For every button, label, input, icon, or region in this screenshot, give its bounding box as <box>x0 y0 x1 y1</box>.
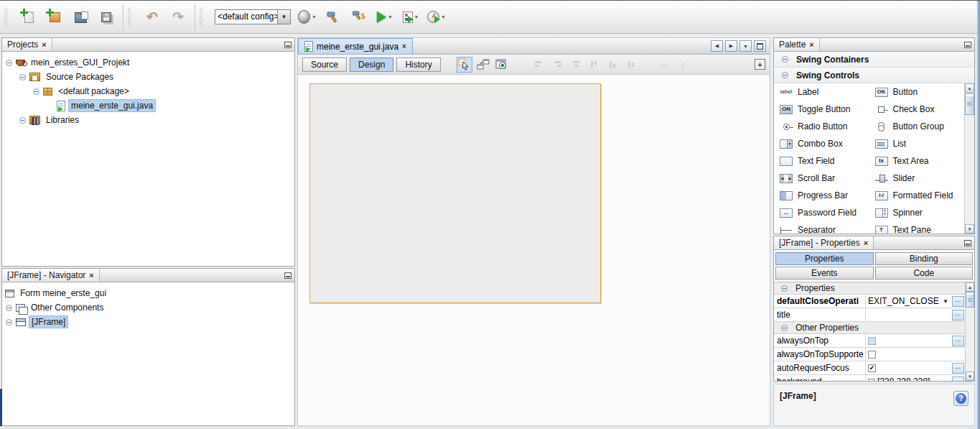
expand-handle-icon[interactable] <box>6 60 12 66</box>
close-icon[interactable]: × <box>42 41 46 49</box>
checkbox-unchecked[interactable] <box>868 337 876 345</box>
palette-item-scroll-bar[interactable]: ◀▶Scroll Bar <box>774 170 869 187</box>
close-icon[interactable]: × <box>864 239 868 247</box>
history-view-button[interactable]: History <box>396 57 440 72</box>
expand-handle-icon[interactable] <box>782 56 788 63</box>
selection-mode-button[interactable] <box>457 57 472 73</box>
close-icon[interactable]: × <box>809 41 813 49</box>
palette-item-button-group[interactable]: Button Group <box>869 118 965 135</box>
property-row-alwaysOnTopSupported[interactable]: alwaysOnTopSupporte <box>774 348 965 361</box>
scroll-up-button[interactable]: ▲ <box>965 83 974 93</box>
editor-tab[interactable]: meine_erste_gui.java × <box>298 38 413 54</box>
section-properties[interactable]: Properties <box>774 282 965 295</box>
ellipsis-button[interactable]: ... <box>952 377 964 382</box>
tree-node-other-components[interactable]: Other Components <box>2 300 294 315</box>
tab-events[interactable]: Events <box>775 267 874 280</box>
palette-item-check-box[interactable]: Check Box <box>869 101 965 118</box>
property-row-alwaysOnTop[interactable]: alwaysOnTop ... <box>774 334 965 348</box>
scrollbar-thumb[interactable] <box>965 93 974 115</box>
palette-item-radio-button[interactable]: Radio Button <box>774 118 869 135</box>
minimize-icon[interactable] <box>284 272 291 279</box>
expand-handle-icon[interactable] <box>781 285 788 292</box>
expand-handle-icon[interactable] <box>19 74 26 80</box>
debug-project-button[interactable]: ▼ <box>401 8 420 27</box>
set-main-project-button[interactable]: ▼ <box>298 8 317 27</box>
property-row-background[interactable]: background [238,238,238] ... <box>774 375 965 381</box>
palette-item-password-field[interactable]: ...Password Field <box>774 204 869 221</box>
property-value-editor[interactable] <box>866 308 951 321</box>
palette-item-combo-box[interactable]: ▼Combo Box <box>774 135 869 152</box>
property-row-autoRequestFocus[interactable]: autoRequestFocus ✔ ... <box>774 361 965 375</box>
jframe-design-surface[interactable] <box>309 83 601 303</box>
tree-node-libraries[interactable]: Libraries <box>2 113 294 127</box>
property-value-editor[interactable]: ✔ <box>866 361 951 374</box>
profile-project-button[interactable]: ▼ <box>427 8 446 27</box>
palette-section-swing-containers[interactable]: Swing Containers <box>774 52 974 68</box>
ellipsis-button[interactable]: ... <box>952 363 964 374</box>
tree-node-jframe[interactable]: [JFrame] <box>2 315 294 329</box>
scroll-down-button[interactable]: ▼ <box>966 372 974 381</box>
minimize-icon[interactable] <box>964 42 971 48</box>
tree-node-java-file[interactable]: meine_erste_gui.java <box>2 98 294 113</box>
palette-item-list[interactable]: List <box>869 135 965 152</box>
preview-design-button[interactable] <box>494 57 510 73</box>
clean-and-build-button[interactable] <box>350 8 368 27</box>
chevron-down-icon[interactable]: ▼ <box>943 298 948 305</box>
scroll-tabs-left-button[interactable]: ◀ <box>711 40 723 52</box>
tree-node-source-packages[interactable]: Source Packages <box>2 70 294 84</box>
design-view-button[interactable]: Design <box>350 57 393 72</box>
tree-node-form[interactable]: Form meine_erste_gui <box>2 286 294 300</box>
tree-node-default-package[interactable]: <default package> <box>2 84 294 98</box>
checkbox-unchecked[interactable] <box>868 379 874 382</box>
tab-list-dropdown-button[interactable]: ▼ <box>739 40 752 52</box>
chevron-down-icon[interactable]: ▼ <box>312 14 317 19</box>
close-icon[interactable]: × <box>89 272 93 280</box>
toolbar-grip[interactable] <box>128 8 131 27</box>
chevron-down-icon[interactable]: ▼ <box>277 10 290 24</box>
toolbar-grip[interactable] <box>4 8 8 27</box>
source-view-button[interactable]: Source <box>302 57 347 72</box>
chevron-down-icon[interactable]: ▼ <box>388 14 393 19</box>
property-value-editor[interactable] <box>866 334 951 347</box>
scroll-tabs-right-button[interactable]: ▶ <box>725 40 737 52</box>
save-all-button[interactable] <box>97 8 116 27</box>
tab-binding[interactable]: Binding <box>875 252 974 265</box>
palette-section-swing-controls[interactable]: Swing Controls <box>774 68 974 83</box>
new-project-button[interactable] <box>45 8 64 27</box>
property-value-editor[interactable]: [238,238,238] <box>866 375 951 381</box>
tab-projects[interactable]: Projects × <box>2 38 52 51</box>
connection-mode-button[interactable] <box>475 57 491 73</box>
build-project-button[interactable] <box>324 8 342 27</box>
close-icon[interactable]: × <box>402 43 406 50</box>
expand-handle-icon[interactable] <box>781 325 788 331</box>
expand-handle-icon[interactable] <box>782 72 788 78</box>
new-file-button[interactable] <box>19 8 38 27</box>
palette-item-formatted-field[interactable]: /-/Formatted Field <box>869 187 965 204</box>
property-value-editor[interactable]: EXIT_ON_CLOSE▼ <box>866 295 951 308</box>
palette-item-text-pane[interactable]: TText Pane <box>869 221 965 234</box>
toolbar-grip[interactable] <box>200 8 203 27</box>
toolbar-overflow-button[interactable]: + <box>755 59 765 70</box>
expand-handle-icon[interactable] <box>6 319 12 326</box>
ellipsis-button[interactable]: ... <box>952 310 964 320</box>
tab-properties[interactable]: Properties <box>775 252 874 265</box>
palette-scrollbar[interactable]: ▲ ▼ <box>964 83 974 234</box>
tree-node-project[interactable]: mein_erstes_GUI_Projekt <box>2 55 294 70</box>
expand-handle-icon[interactable] <box>6 305 12 311</box>
tab-code[interactable]: Code <box>875 267 974 280</box>
config-select[interactable]: <default config> ▼ <box>215 9 291 24</box>
palette-item-toggle-button[interactable]: ONToggle Button <box>774 101 869 118</box>
open-project-button[interactable] <box>71 8 90 27</box>
ellipsis-button[interactable]: ... <box>952 336 964 346</box>
ellipsis-button[interactable]: ... <box>952 296 964 307</box>
palette-item-text-area[interactable]: txText Area <box>869 152 965 170</box>
palette-item-spinner[interactable]: ▲▼Spinner <box>869 204 965 221</box>
palette-item-slider[interactable]: Slider <box>869 170 965 187</box>
checkbox-checked[interactable]: ✔ <box>868 364 876 372</box>
palette-item-separator[interactable]: Separator <box>774 221 869 234</box>
tab-palette[interactable]: Palette × <box>774 38 820 51</box>
scroll-up-button[interactable]: ▲ <box>966 282 974 292</box>
minimize-icon[interactable] <box>284 42 291 48</box>
tab-properties-window[interactable]: [JFrame] - Properties × <box>774 236 874 249</box>
tab-navigator[interactable]: [JFrame] - Navigator × <box>2 269 100 282</box>
